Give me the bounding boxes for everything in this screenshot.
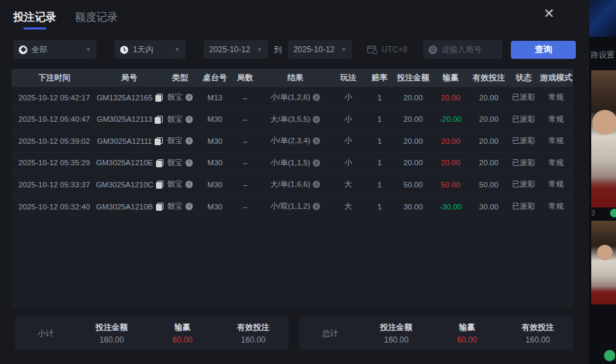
cell-result: 大/单(1,6,6)i [259,179,331,189]
cell-game-mode: 常规 [539,158,573,168]
subtotal-label: 小计 [15,328,76,339]
result-info-icon[interactable]: i [313,181,320,188]
game-type-history-icon[interactable] [185,94,193,101]
total-winloss: 输赢 60.00 [432,322,503,345]
game-type-history-icon[interactable] [185,181,193,188]
result-info-icon[interactable]: i [313,116,320,123]
cell-result: 小/单(1,2,6)i [259,92,331,102]
cell-play-type: 小 [331,114,365,124]
game-type-history-icon[interactable] [185,159,193,167]
dealer-video-thumbnail-2[interactable] [591,221,616,304]
cell-status: 已派彩 [508,201,539,211]
table-row[interactable]: 2025-10-12 05:35:29 GM3025A1210E 骰宝 M30 … [11,153,573,175]
cell-bet-time: 2025-10-12 05:35:29 [11,159,97,167]
background-table-info-row: 3 [589,209,616,218]
cell-play-type: 小 [331,136,365,146]
table-header-cell: 投注金额 [394,72,432,84]
table-body[interactable]: 2025-10-12 05:42:17 GM1325A12165 骰宝 M13 … [11,87,573,308]
filter-bar: 全部 ▼ 1天内 ▼ 2025-10-12 ▼ 到 2025-10-12 ▼ [13,40,576,59]
time-range-dropdown[interactable]: 1天内 ▼ [114,40,185,59]
table-row[interactable]: 2025-10-12 05:32:40 GM3025A1210B 骰宝 M30 … [11,196,573,218]
cell-valid-bet: 30.00 [469,203,508,211]
cell-game-type: 骰宝 [161,92,199,102]
tab-bar: 投注记录 额度记录 [13,11,118,29]
copy-icon[interactable] [156,181,163,188]
table-header-row: 下注时间局号类型桌台号局数结果玩法赔率投注金额输赢有效投注状态游戏模式 [11,69,573,87]
copy-icon[interactable] [155,116,161,123]
copy-icon[interactable] [156,203,163,210]
cell-result: 小/单(2,3,4)i [259,136,331,146]
game-type-dropdown[interactable]: 全部 ▼ [13,40,96,59]
chevron-down-icon: ▼ [86,46,92,53]
table-row[interactable]: 2025-10-12 05:39:02 GM3025A12111 骰宝 M30 … [11,130,573,153]
game-type-history-icon[interactable] [185,116,193,123]
copy-icon[interactable] [155,94,162,101]
clock-icon [120,46,129,54]
cell-bet-time: 2025-10-12 05:32:40 [11,203,97,211]
cell-result: 大/单(3,5,5)i [259,114,331,124]
betting-records-table: 下注时间局号类型桌台号局数结果玩法赔率投注金额输赢有效投注状态游戏模式 2025… [11,69,573,308]
result-info-icon[interactable]: i [313,94,320,101]
date-from-picker[interactable]: 2025-10-12 ▼ [204,40,268,59]
table-row[interactable]: 2025-10-12 05:40:47 GM3025A12113 骰宝 M30 … [11,109,573,131]
cell-valid-bet: 20.00 [469,159,508,167]
game-type-history-icon[interactable] [185,137,193,145]
table-header-cell: 游戏模式 [539,72,573,84]
table-row[interactable]: 2025-10-12 05:33:37 GM3025A1210C 骰宝 M30 … [11,174,573,196]
betting-records-modal: 投注记录 额度记录 ✕ 全部 ▼ 1天内 ▼ 2025-10-12 ▼ 到 [0,0,589,364]
cell-round: – [231,203,259,211]
copy-icon[interactable] [156,159,163,167]
table-header-cell: 类型 [161,72,199,84]
table-header-cell: 桌台号 [199,72,231,84]
subtotal-valid: 有效投注 160.00 [218,322,289,345]
table-header-cell: 状态 [508,72,539,84]
game-type-history-icon[interactable] [185,203,193,210]
cell-odds: 1 [365,159,394,167]
cell-game-id: GM3025A12113 [97,115,161,123]
chevron-down-icon: ▼ [174,46,180,53]
tab-betting-records[interactable]: 投注记录 [13,11,56,29]
tab-quota-records[interactable]: 额度记录 [75,11,118,29]
total-valid: 有效投注 160.00 [502,322,573,345]
close-icon[interactable]: ✕ [541,5,557,21]
dealer-video-thumbnail-1[interactable] [591,70,616,207]
cell-play-type: 小 [331,92,365,102]
cell-table-no: M30 [199,159,231,167]
result-info-icon[interactable]: i [313,203,320,210]
copy-icon[interactable] [155,137,161,145]
result-info-icon[interactable]: i [313,159,320,167]
table-header-cell: 玩法 [331,72,365,84]
cell-game-type: 骰宝 [161,158,199,168]
cell-result: 小/单(1,1,5)i [259,158,331,168]
cell-bet-time: 2025-10-12 05:40:47 [11,115,97,123]
cell-odds: 1 [365,181,394,189]
cell-round: – [231,115,259,123]
game-id-input[interactable] [441,45,499,54]
cell-bet-amount: 20.00 [394,159,432,167]
cell-game-type: 骰宝 [161,136,199,146]
cell-odds: 1 [365,94,394,102]
game-id-search-field[interactable] [423,40,502,59]
table-row[interactable]: 2025-10-12 05:42:17 GM1325A12165 骰宝 M13 … [11,87,573,109]
cell-bet-amount: 20.00 [394,94,432,102]
cell-win-loss: -20.00 [432,115,469,123]
cell-odds: 1 [365,137,394,145]
cell-bet-time: 2025-10-12 05:33:37 [11,181,97,189]
subtotal-winloss: 输赢 60.00 [147,322,218,345]
calendar-clock-icon [367,45,378,54]
total-label: 总计 [299,328,361,339]
cell-game-id: GM1325A12165 [97,94,161,102]
total-bet: 投注金额 160.00 [361,322,432,345]
table-header-cell: 输赢 [432,72,469,84]
cell-game-mode: 常规 [539,114,573,124]
cell-valid-bet: 50.00 [469,181,508,189]
cell-win-loss: -30.00 [432,203,469,211]
cell-game-mode: 常规 [539,92,573,102]
result-info-icon[interactable]: i [313,137,320,145]
game-type-value: 全部 [31,44,48,56]
cell-status: 已派彩 [508,114,539,124]
date-from-value: 2025-10-12 [209,45,250,54]
query-button[interactable]: 查询 [511,41,576,59]
date-to-picker[interactable]: 2025-10-12 ▼ [288,40,352,59]
date-to-value: 2025-10-12 [293,45,334,54]
